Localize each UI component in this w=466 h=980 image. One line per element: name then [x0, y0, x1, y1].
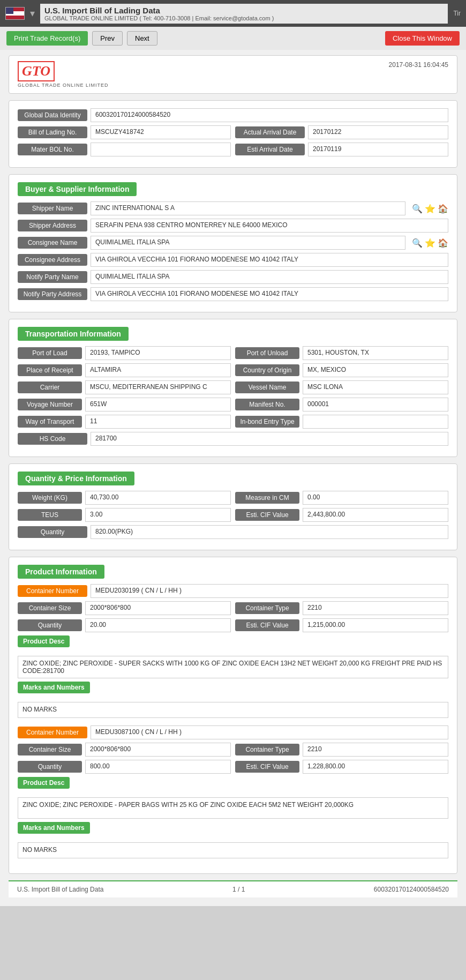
port-load-group: Port of Load 20193, TAMPICO — [18, 346, 231, 360]
bol-group: Bill of Lading No. MSCUZY418742 — [18, 125, 231, 139]
transportation-card: Transportation Information Port of Load … — [9, 319, 457, 457]
quantity-price-header: Quantity & Price Information — [18, 472, 448, 491]
footer-right: 600320170124000584520 — [374, 886, 449, 893]
shipper-address-label: Shipper Address — [18, 220, 87, 231]
weight-group: Weight (KG) 40,730.00 — [18, 491, 231, 505]
port-load-value: 20193, TAMPICO — [85, 346, 231, 360]
consignee-address-label: Consignee Address — [18, 254, 87, 266]
product-info-header: Product Information — [18, 565, 448, 584]
transportation-title: Transportation Information — [18, 327, 129, 341]
container-1-size-row: Container Size 2000*806*800 Container Ty… — [18, 601, 448, 615]
way-transport-value: 11 — [85, 415, 231, 429]
print-button[interactable]: Print Trade Record(s) — [6, 31, 88, 46]
footer-page: 1 / 1 — [232, 886, 245, 893]
company-subtitle: GLOBAL TRADE ONLINE LIMITED ( Tel: 400-7… — [44, 15, 444, 21]
carrier-group: Carrier MSCU, MEDITERRANEAN SHIPPING C — [18, 380, 231, 394]
container-2-cif-label: Esti. CIF Value — [235, 761, 299, 773]
place-receipt-group: Place of Receipt ALTAMIRA — [18, 363, 231, 377]
manifest-no-label: Manifest No. — [235, 399, 299, 410]
esti-cif-group: Esti. CIF Value 2,443,800.00 — [235, 508, 448, 522]
page-title: U.S. Import Bill of Lading Data — [44, 6, 444, 15]
container-1-cif-value: 1,215,000.00 — [303, 618, 448, 632]
place-receipt-value: ALTAMIRA — [85, 363, 231, 377]
shipper-name-value: ZINC INTERNATIONAL S A — [91, 201, 405, 215]
logo-text: GTO — [22, 63, 50, 79]
consignee-search-icon[interactable]: 🔍 — [412, 238, 423, 248]
search-icon[interactable]: 🔍 — [412, 204, 423, 214]
port-unload-group: Port of Unload 5301, HOUSTON, TX — [235, 346, 448, 360]
action-bar: Print Trade Record(s) Prev Next Close Th… — [0, 27, 466, 50]
buyer-supplier-card: Buyer & Supplier Information Shipper Nam… — [9, 174, 457, 312]
container-2-marks-value: NO MARKS — [18, 842, 448, 858]
consignee-icons: 🔍 ⭐ 🏠 — [412, 238, 448, 248]
actual-arrival-group: Actual Arrival Date 20170122 — [235, 125, 448, 139]
container-1-desc-value: ZINC OXIDE; ZINC PEROXIDE - SUPER SACKS … — [18, 656, 448, 678]
footer: U.S. Import Bill of Lading Data 1 / 1 60… — [9, 880, 457, 897]
container-2-number-row: Container Number MEDU3087100 ( CN / L / … — [18, 725, 448, 739]
main-content: GTO GLOBAL TRADE ONLINE LIMITED 2017-08-… — [0, 50, 466, 906]
consignee-home-icon[interactable]: 🏠 — [438, 238, 448, 248]
next-button[interactable]: Next — [127, 31, 157, 46]
inbond-entry-label: In-bond Entry Type — [235, 416, 299, 428]
container-2-size-group: Container Size 2000*806*800 — [18, 743, 231, 757]
quantity-label: Quantity — [18, 526, 87, 538]
container-1-cif-label: Esti. CIF Value — [235, 619, 299, 631]
container-2-cif-group: Esti. CIF Value 1,228,800.00 — [235, 760, 448, 774]
vessel-name-group: Vessel Name MSC ILONA — [235, 380, 448, 394]
hs-code-label: HS Code — [18, 433, 87, 445]
prev-button[interactable]: Prev — [92, 31, 123, 46]
voyage-group: Voyage Number 651W — [18, 398, 231, 412]
dropdown-arrow-icon[interactable]: ▾ — [30, 8, 35, 19]
timestamp: 2017-08-31 16:04:45 — [389, 61, 448, 69]
container-1-section: Container Number MEDU2030199 ( CN / L / … — [18, 584, 448, 718]
mater-bol-value — [91, 143, 231, 156]
hs-code-value: 281700 — [91, 432, 448, 446]
product-info-card: Product Information Container Number MED… — [9, 557, 457, 874]
country-origin-label: Country of Origin — [235, 364, 299, 376]
manifest-group: Manifest No. 000001 — [235, 398, 448, 412]
port-load-label: Port of Load — [18, 347, 82, 359]
weight-row: Weight (KG) 40,730.00 Measure in CM 0.00 — [18, 491, 448, 505]
container-2-desc-row: Product Desc — [18, 777, 448, 794]
logo-area: GTO GLOBAL TRADE ONLINE LIMITED — [18, 61, 109, 88]
close-button[interactable]: Close This Window — [385, 31, 460, 46]
container-2-type-label: Container Type — [235, 744, 299, 755]
container-1-qty-group: Quantity 20.00 — [18, 618, 231, 632]
teus-label: TEUS — [18, 509, 82, 521]
container-2-number-value: MEDU3087100 ( CN / L / HH ) — [91, 725, 448, 739]
buyer-supplier-header: Buyer & Supplier Information — [18, 182, 448, 201]
port-unload-label: Port of Unload — [235, 347, 299, 359]
place-receipt-label: Place of Receipt — [18, 364, 82, 376]
container-2-marks-label: Marks and Numbers — [18, 822, 90, 834]
container-2-qty-row: Quantity 800.00 Esti. CIF Value 1,228,80… — [18, 760, 448, 774]
measure-group: Measure in CM 0.00 — [235, 491, 448, 505]
consignee-star-icon[interactable]: ⭐ — [425, 238, 435, 248]
container-2-type-group: Container Type 2210 — [235, 743, 448, 757]
container-2-size-row: Container Size 2000*806*800 Container Ty… — [18, 743, 448, 757]
global-data-row: Global Data Identity 6003201701240005845… — [18, 108, 448, 122]
container-1-marks-header-row: Marks and Numbers — [18, 682, 448, 699]
port-row: Port of Load 20193, TAMPICO Port of Unlo… — [18, 346, 448, 360]
identity-card: Global Data Identity 6003201701240005845… — [9, 100, 457, 168]
mater-bol-row: Mater BOL No. Esti Arrival Date 20170119 — [18, 143, 448, 156]
global-data-value: 600320170124000584520 — [91, 108, 448, 122]
actual-arrival-label: Actual Arrival Date — [235, 126, 305, 138]
container-1-number-label: Container Number — [18, 585, 87, 597]
container-1-cif-group: Esti. CIF Value 1,215,000.00 — [235, 618, 448, 632]
consignee-address-value: VIA GHIROLA VECCHIA 101 FIORANO MODENESE… — [91, 253, 448, 267]
home-icon[interactable]: 🏠 — [438, 204, 448, 214]
actual-arrival-value: 20170122 — [308, 125, 448, 139]
logo-box: GTO — [18, 61, 55, 81]
vessel-name-label: Vessel Name — [235, 381, 299, 393]
bol-value: MSCUZY418742 — [91, 125, 231, 139]
container-1-size-value: 2000*806*800 — [85, 601, 231, 615]
header-card: GTO GLOBAL TRADE ONLINE LIMITED 2017-08-… — [9, 55, 457, 94]
container-1-marks-value: NO MARKS — [18, 702, 448, 718]
container-2-qty-value: 800.00 — [85, 760, 231, 774]
container-1-desc-row: Product Desc — [18, 635, 448, 653]
measure-value: 0.00 — [303, 491, 448, 505]
us-flag-icon — [5, 7, 25, 20]
shipper-name-label: Shipper Name — [18, 203, 87, 214]
top-right-text: Tir — [453, 10, 461, 17]
star-icon[interactable]: ⭐ — [425, 204, 435, 214]
